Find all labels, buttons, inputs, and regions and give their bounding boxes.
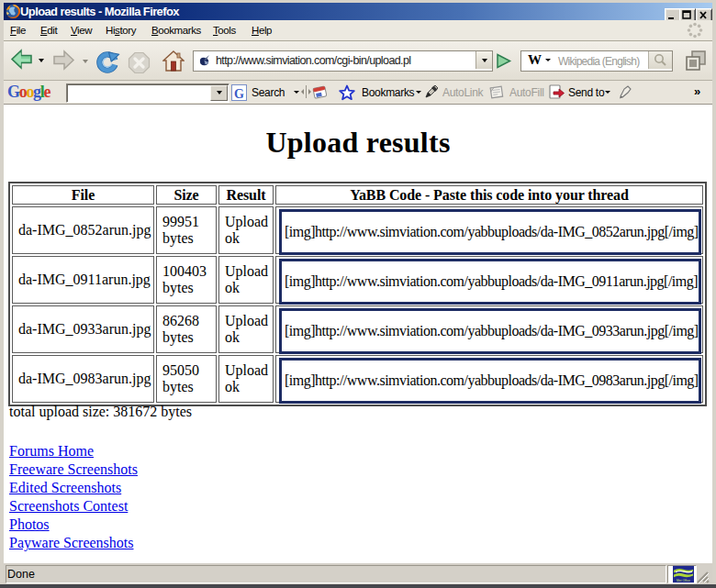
svg-text:Met Office: Met Office [677, 579, 690, 582]
